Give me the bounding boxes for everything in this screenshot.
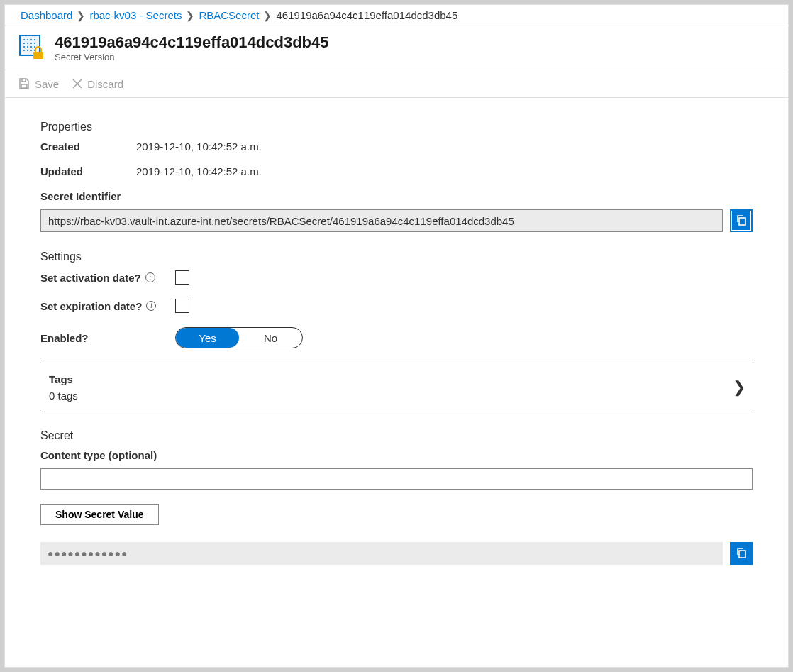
chevron-right-icon: ❯: [262, 10, 273, 21]
enabled-toggle[interactable]: Yes No: [175, 327, 303, 348]
content-type-label: Content type (optional): [40, 449, 753, 461]
tags-section[interactable]: Tags 0 tags ❯: [40, 363, 753, 412]
enabled-label: Enabled?: [40, 332, 89, 344]
save-icon: [18, 77, 30, 90]
svg-point-14: [27, 50, 28, 51]
updated-value: 2019-12-10, 10:42:52 a.m.: [136, 165, 262, 177]
command-bar: Save Discard: [5, 70, 788, 98]
content-area: Properties Created 2019-12-10, 10:42:52 …: [5, 98, 788, 667]
svg-point-7: [30, 43, 32, 44]
copy-secret-value-button[interactable]: [730, 542, 753, 565]
secret-version-icon: [18, 33, 45, 62]
tags-label: Tags: [49, 373, 78, 385]
svg-point-2: [27, 39, 28, 40]
secret-heading: Secret: [40, 429, 753, 442]
created-value: 2019-12-10, 10:42:52 a.m.: [136, 141, 262, 153]
discard-button[interactable]: Discard: [72, 78, 123, 90]
page-subtitle: Secret Version: [55, 52, 329, 62]
close-icon: [72, 78, 83, 89]
svg-point-12: [34, 46, 35, 48]
chevron-right-icon: ❯: [733, 378, 745, 397]
svg-point-10: [27, 46, 28, 48]
secret-identifier-label: Secret Identifier: [40, 190, 753, 202]
chevron-right-icon: ❯: [184, 10, 196, 21]
info-icon[interactable]: i: [145, 272, 155, 282]
updated-label: Updated: [40, 165, 136, 177]
tags-count: 0 tags: [49, 390, 78, 402]
expiration-date-label: Set expiration date?: [40, 300, 142, 312]
breadcrumb-item-secret[interactable]: RBACSecret: [199, 9, 259, 21]
show-secret-value-button[interactable]: Show Secret Value: [40, 504, 159, 525]
copy-icon: [735, 546, 748, 561]
svg-point-8: [34, 43, 35, 44]
svg-point-9: [23, 46, 25, 48]
breadcrumb-item-vault[interactable]: rbac-kv03 - Secrets: [89, 9, 182, 21]
enabled-option-yes[interactable]: Yes: [176, 328, 239, 348]
svg-rect-18: [21, 84, 27, 88]
svg-point-4: [34, 39, 35, 40]
created-label: Created: [40, 141, 136, 153]
svg-point-1: [23, 39, 25, 40]
svg-rect-22: [739, 551, 745, 558]
info-icon[interactable]: i: [146, 301, 156, 311]
svg-point-6: [27, 43, 28, 44]
properties-heading: Properties: [40, 121, 753, 133]
svg-point-13: [23, 50, 25, 51]
content-type-input[interactable]: [40, 468, 753, 490]
secret-identifier-input[interactable]: [40, 209, 723, 232]
activation-date-label: Set activation date?: [40, 272, 141, 284]
svg-rect-21: [739, 218, 745, 225]
breadcrumb-item-current: 461919a6a94c4c119effa014dcd3db45: [276, 9, 458, 21]
svg-rect-17: [33, 52, 43, 59]
breadcrumb: Dashboard ❯ rbac-kv03 - Secrets ❯ RBACSe…: [5, 5, 788, 26]
settings-heading: Settings: [40, 250, 753, 263]
svg-point-15: [30, 50, 32, 51]
svg-point-11: [30, 46, 32, 48]
expiration-date-checkbox[interactable]: [175, 299, 189, 313]
chevron-right-icon: ❯: [75, 10, 87, 21]
page-header: 461919a6a94c4c119effa014dcd3db45 Secret …: [5, 26, 788, 70]
page-title: 461919a6a94c4c119effa014dcd3db45: [55, 33, 329, 52]
save-button[interactable]: Save: [18, 77, 59, 90]
enabled-option-no[interactable]: No: [239, 328, 302, 348]
secret-value-masked: ●●●●●●●●●●●●: [40, 542, 723, 565]
activation-date-checkbox[interactable]: [175, 270, 189, 285]
svg-point-5: [23, 43, 25, 44]
svg-point-3: [30, 39, 32, 40]
copy-identifier-button[interactable]: [730, 209, 753, 232]
breadcrumb-item-dashboard[interactable]: Dashboard: [21, 9, 72, 21]
copy-icon: [735, 214, 748, 228]
